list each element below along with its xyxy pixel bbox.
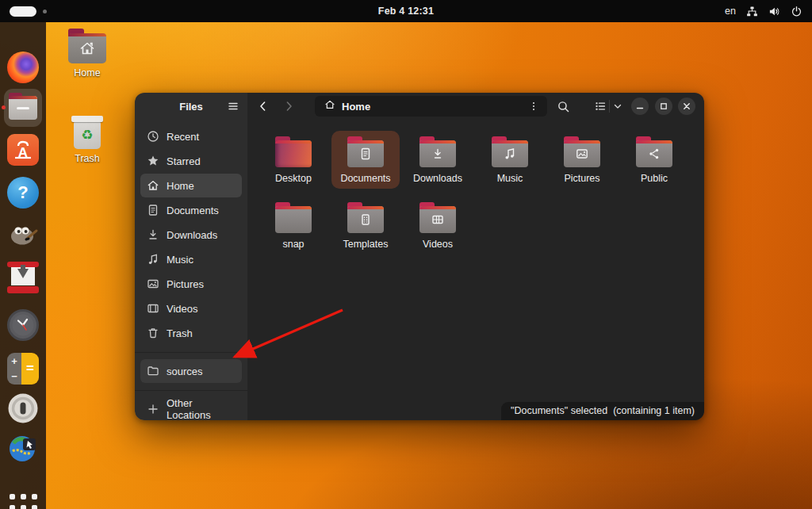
- folder-videos[interactable]: Videos: [404, 197, 472, 254]
- folder-templates[interactable]: Templates: [331, 197, 400, 254]
- forward-button[interactable]: [280, 98, 297, 115]
- app-grid-icon[interactable]: [7, 492, 39, 509]
- main-pane: Home: [247, 93, 704, 420]
- home-folder-icon: [68, 33, 106, 63]
- keyboard-layout-indicator[interactable]: en: [725, 6, 736, 17]
- picture-icon: [147, 277, 159, 290]
- recent-icon: [147, 130, 159, 143]
- current-location-label: Home: [342, 101, 520, 113]
- document-emblem-icon: [347, 140, 384, 167]
- keyring-icon[interactable]: [7, 392, 39, 424]
- back-button[interactable]: [255, 98, 272, 115]
- installer-icon[interactable]: [7, 262, 39, 293]
- share-emblem-icon: [636, 140, 672, 167]
- gimp-icon[interactable]: [7, 217, 39, 249]
- sidebar-item-documents[interactable]: Documents: [140, 198, 242, 222]
- minimize-button[interactable]: [631, 98, 649, 115]
- path-bar[interactable]: Home: [315, 96, 547, 117]
- firefox-icon[interactable]: [7, 52, 39, 83]
- sidebar-separator: [135, 352, 247, 353]
- close-button[interactable]: [678, 98, 695, 115]
- sidebar-list: Recent Starred Home Documents Downloads …: [135, 120, 247, 346]
- plus-icon: [147, 403, 159, 415]
- menu-icon[interactable]: [227, 100, 239, 113]
- sidebar-item-downloads[interactable]: Downloads: [140, 223, 242, 247]
- star-icon: [147, 155, 159, 167]
- power-icon: [791, 6, 802, 17]
- desktop-icon-label: Home: [65, 67, 109, 78]
- toolbar-divider: [609, 100, 610, 113]
- home-icon: [324, 99, 335, 113]
- sidebar: Files Recent Starred Home Documents: [135, 93, 247, 420]
- folder-music[interactable]: Music: [476, 131, 544, 189]
- sidebar-item-sources[interactable]: sources: [140, 359, 242, 383]
- file-grid: Desktop Documents Downloads Music: [247, 120, 704, 254]
- wired-network-icon: [746, 6, 758, 17]
- picture-emblem-icon: [564, 140, 600, 167]
- download-emblem-icon: [419, 140, 456, 167]
- sidebar-item-recent[interactable]: Recent: [140, 124, 242, 148]
- recycle-emblem-icon: ♻: [81, 128, 93, 142]
- sidebar-header: Files: [135, 93, 247, 120]
- ubuntu-software-icon[interactable]: A: [7, 134, 39, 166]
- folder-pictures[interactable]: Pictures: [548, 131, 616, 189]
- sidebar-item-music[interactable]: Music: [140, 247, 242, 271]
- dock: A ? +− =: [0, 22, 46, 509]
- desktop-home-icon[interactable]: Home: [65, 29, 109, 78]
- video-emblem-icon: [419, 206, 456, 233]
- system-status-area[interactable]: en: [725, 6, 802, 17]
- folder-desktop[interactable]: Desktop: [259, 131, 327, 189]
- desktop-trash-icon[interactable]: ♻ Trash: [65, 116, 109, 164]
- headerbar: Home: [247, 93, 704, 120]
- clock[interactable]: Feb 4 12:31: [378, 6, 434, 17]
- sidebar-item-videos[interactable]: Videos: [140, 297, 242, 320]
- music-emblem-icon: [492, 140, 528, 167]
- clocks-icon[interactable]: [7, 309, 39, 341]
- sidebar-item-pictures[interactable]: Pictures: [140, 272, 242, 296]
- list-view-button[interactable]: [592, 98, 609, 115]
- music-icon: [147, 253, 159, 266]
- workspace-dot: [43, 10, 47, 13]
- help-icon[interactable]: ?: [7, 177, 39, 209]
- sidebar-item-home[interactable]: Home: [140, 174, 242, 197]
- volume-icon: [768, 6, 780, 17]
- folder-public[interactable]: Public: [620, 131, 688, 189]
- workspace-indicator[interactable]: [10, 6, 47, 17]
- house-emblem-icon: [68, 33, 106, 63]
- folder-downloads[interactable]: Downloads: [404, 131, 472, 189]
- sidebar-item-starred[interactable]: Starred: [140, 149, 242, 173]
- files-running-indicator: [2, 105, 6, 109]
- folder-snap[interactable]: snap: [259, 197, 327, 254]
- calculator-icon[interactable]: +− =: [7, 353, 39, 385]
- view-options-chevron-icon[interactable]: [611, 98, 625, 115]
- selection-status-bar: "Documents" selected (containing 1 item): [501, 402, 704, 420]
- search-button[interactable]: [554, 98, 572, 115]
- document-icon: [147, 204, 159, 216]
- sidebar-item-other-locations[interactable]: Other Locations: [140, 397, 242, 420]
- window-title: Files: [179, 101, 203, 113]
- folder-documents-selected[interactable]: Documents: [331, 131, 400, 189]
- home-icon: [147, 179, 159, 192]
- video-icon: [147, 302, 159, 315]
- remote-desktop-icon[interactable]: [7, 432, 39, 464]
- maximize-button[interactable]: [655, 98, 672, 115]
- sidebar-separator: [135, 390, 247, 391]
- desktop-icon-label: Trash: [65, 153, 109, 164]
- files-icon[interactable]: [9, 96, 37, 120]
- active-workspace-pill: [10, 6, 36, 17]
- top-bar: Feb 4 12:31 en: [0, 0, 812, 22]
- trash-icon: [147, 327, 159, 339]
- template-emblem-icon: [347, 206, 384, 233]
- location-menu-icon[interactable]: [527, 99, 541, 113]
- files-window: Files Recent Starred Home Documents: [135, 93, 704, 420]
- sidebar-item-trash[interactable]: Trash: [140, 321, 242, 345]
- download-icon: [147, 228, 159, 241]
- trash-can-icon: ♻: [71, 116, 104, 149]
- folder-icon: [147, 365, 159, 377]
